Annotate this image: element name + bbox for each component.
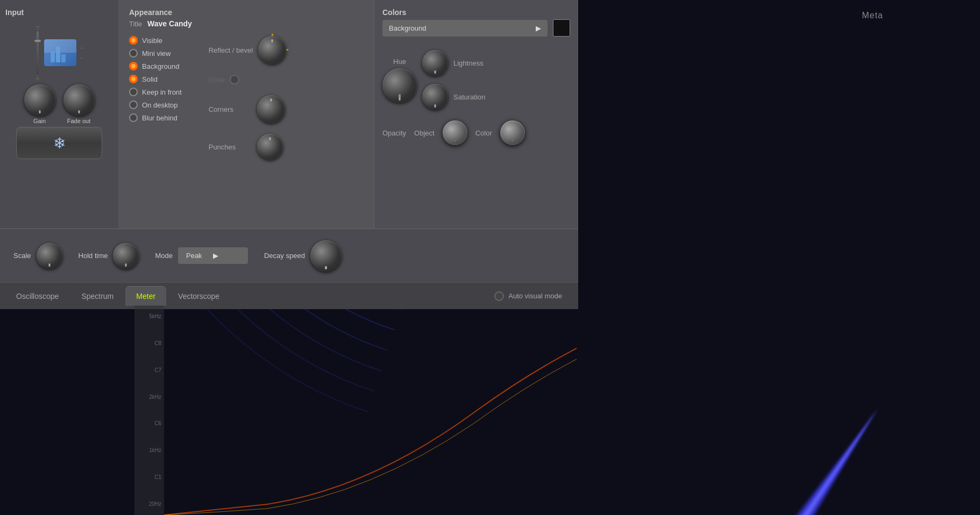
snowflake-icon: ❄: [53, 134, 66, 152]
title-row: Title Wave Candy: [129, 19, 363, 28]
scale-knob[interactable]: [37, 243, 62, 269]
colors-header: Background ▶: [382, 19, 570, 37]
mode-control: Mode Peak ▶: [155, 247, 248, 264]
lightness-knob[interactable]: [422, 50, 448, 76]
lightness-label: Lightness: [453, 59, 484, 67]
decay-speed-label: Decay speed: [264, 252, 305, 260]
colors-title: Colors: [382, 8, 570, 17]
radio-keep-in-front[interactable]: Keep in front: [129, 88, 182, 96]
ls-pair: Lightness Saturation: [422, 50, 485, 110]
freq-label-20: 20Hz: [137, 501, 161, 507]
reflect-bevel-row: Reflect / bevel: [209, 33, 286, 64]
punches-label: Punches: [209, 143, 252, 151]
hue-knob[interactable]: [382, 68, 417, 103]
saturation-label: Saturation: [453, 93, 485, 101]
gain-knob[interactable]: [24, 84, 55, 116]
appearance-body: Visible Mini view Background Solid: [129, 33, 363, 160]
saturation-knob[interactable]: [422, 84, 448, 110]
input-title: Input: [5, 8, 24, 17]
spectrum-canvas: [164, 305, 577, 515]
punches-row: Punches: [209, 134, 286, 160]
radio-keep-in-front-label: Keep in front: [142, 88, 182, 96]
tab-meter[interactable]: Meter: [125, 286, 166, 306]
hue-label: Hue: [393, 58, 406, 66]
radio-blur-behind-label: Blur behind: [142, 114, 177, 122]
punches-knob[interactable]: [257, 134, 283, 160]
fadeout-knob[interactable]: [63, 84, 95, 116]
freq-label-5k: 5kHz: [137, 313, 161, 319]
color-label: Color: [475, 129, 492, 137]
tab-vectorscope[interactable]: Vectorscope: [167, 287, 230, 306]
spectrum-area: 5kHz C8 C7 2kHz C6 1kHz C1 20Hz: [134, 305, 577, 515]
opacity-label: Opacity: [382, 129, 406, 137]
radio-on-desktop[interactable]: On desktop: [129, 101, 182, 109]
scale-label: Scale: [13, 252, 31, 260]
reflect-bevel-label: Reflect / bevel: [209, 46, 253, 54]
mode-value: Peak: [186, 252, 202, 260]
color-opacity-knob[interactable]: [500, 120, 525, 145]
glow-radio[interactable]: [230, 75, 239, 84]
radio-on-desktop-label: On desktop: [142, 101, 178, 109]
radio-blur-behind-circle: [129, 113, 138, 122]
tab-spectrum[interactable]: Spectrum: [70, 287, 124, 306]
radio-solid-circle: [129, 75, 138, 83]
spectrum-svg: [164, 305, 577, 515]
reflect-bevel-knob-arc[interactable]: [258, 36, 286, 64]
bottom-bar: Scale Hold time Mode Peak ▶ Decay speed: [0, 228, 578, 282]
input-panel: Input ┬ ┴: [0, 0, 118, 228]
color-swatch[interactable]: [553, 19, 570, 37]
glow-label: Glow: [209, 76, 225, 84]
input-inner: ┬ ┴: [5, 24, 113, 159]
radio-visible[interactable]: Visible: [129, 36, 182, 45]
radio-visible-label: Visible: [142, 37, 162, 45]
radio-blur-behind[interactable]: Blur behind: [129, 113, 182, 122]
tab-oscilloscope[interactable]: Oscilloscope: [5, 287, 69, 306]
radio-background[interactable]: Background: [129, 62, 182, 70]
radio-mini-view[interactable]: Mini view: [129, 49, 182, 58]
hls-group: Hue Lightness Saturation: [382, 45, 570, 115]
note-c7: C7: [137, 367, 161, 373]
hold-time-knob[interactable]: [113, 243, 139, 269]
freq-label-2k: 2kHz: [137, 394, 161, 400]
saturation-row: Saturation: [422, 84, 485, 110]
note-c1: C1: [137, 474, 161, 480]
lightness-row: Lightness: [422, 50, 485, 76]
object-opacity-knob[interactable]: [443, 120, 467, 145]
decay-speed-control: Decay speed: [264, 240, 342, 271]
auto-visual-radio[interactable]: [494, 291, 504, 301]
note-c6: C6: [137, 420, 161, 426]
radio-solid[interactable]: Solid: [129, 75, 182, 83]
corners-knob[interactable]: [257, 95, 285, 123]
spectrum-left-labels: 5kHz C8 C7 2kHz C6 1kHz C1 20Hz: [134, 305, 164, 515]
appearance-title: Appearance: [129, 8, 363, 17]
meta-label: Meta: [862, 11, 883, 20]
radio-mini-view-label: Mini view: [142, 49, 171, 58]
hold-time-label: Hold time: [79, 252, 108, 260]
mode-dropdown[interactable]: Peak ▶: [178, 247, 248, 264]
auto-visual-container[interactable]: Auto visual mode: [494, 291, 562, 301]
corners-row: Corners: [209, 95, 286, 123]
object-label: Object: [414, 129, 435, 137]
radio-visible-circle: [129, 36, 138, 45]
corners-knob-arc[interactable]: [257, 95, 285, 123]
hold-time-control: Hold time: [79, 243, 139, 269]
scale-control: Scale: [13, 243, 62, 269]
svg-rect-2: [164, 305, 577, 515]
colors-panel: Colors Background ▶ Hue: [374, 0, 578, 228]
reflect-bevel-knob[interactable]: [258, 36, 286, 64]
input-slider[interactable]: [37, 31, 39, 74]
fadeout-label: Fade out: [67, 118, 90, 124]
gain-container: Gain: [24, 84, 55, 124]
freeze-button[interactable]: ❄: [16, 127, 102, 159]
decay-speed-knob[interactable]: [310, 240, 342, 271]
background-dropdown[interactable]: Background ▶: [382, 20, 548, 37]
title-value: Wave Candy: [147, 19, 192, 28]
note-c8: C8: [137, 340, 161, 346]
radio-options-group: Visible Mini view Background Solid: [129, 33, 182, 160]
radio-on-desktop-circle: [129, 101, 138, 109]
radio-mini-view-circle: [129, 49, 138, 58]
opacity-row: Opacity Object Color: [382, 120, 570, 145]
appearance-panel: Appearance Title Wave Candy Visible Mini…: [118, 0, 374, 228]
auto-visual-label: Auto visual mode: [508, 292, 562, 300]
main-panel: Input ┬ ┴: [0, 0, 578, 309]
